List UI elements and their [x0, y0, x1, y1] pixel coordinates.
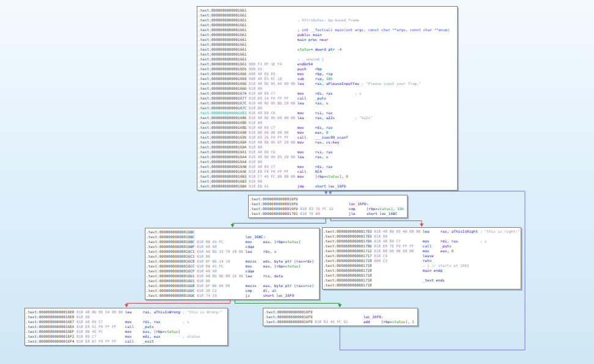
- asm-line[interactable]: .text:00000000000016BCloc_16BC:: [146, 235, 318, 239]
- opcode-bytes: 018 48 89 C7: [374, 239, 422, 244]
- asm-line[interactable]: .text:0000000000001690018 B8 00 00 00 00…: [198, 130, 457, 135]
- asm-line[interactable]: .text:0000000000001661: [198, 13, 457, 18]
- asm-line[interactable]: .text:0000000000001718_text ends: [323, 278, 520, 283]
- asm-line[interactable]: .text:00000000000016BF018 48 98cdqe: [146, 244, 318, 249]
- asm-line[interactable]: .text:0000000000001661main proc near: [198, 37, 457, 42]
- comment: ; status: [182, 334, 200, 338]
- mnemonic: jz: [246, 293, 263, 298]
- mnemonic: leave: [423, 253, 441, 258]
- asm-line[interactable]: .text:0000000000001712018 B8 00 00 00 00…: [323, 249, 520, 253]
- asm-line[interactable]: .text:00000000000016A4018 48 8D 05 95 29…: [198, 155, 457, 159]
- asm-line[interactable]: .text:0000000000001661: [198, 42, 457, 47]
- asm-line[interactable]: .text:0000000000001695018 E8 26 FA FF FF…: [198, 135, 457, 140]
- asm-line[interactable]: .text:00000000000016B3018 00: [198, 179, 457, 184]
- asm-line[interactable]: .text:0000000000001718: [323, 273, 520, 278]
- asm-line[interactable]: .text:0000000000001717018 C9leave: [323, 253, 520, 258]
- asm-line[interactable]: .text:0000000000001661public main: [198, 32, 457, 37]
- asm-line[interactable]: .text:0000000000001718000 C3retn: [323, 258, 520, 263]
- asm-line[interactable]: .text:0000000000001661: [198, 52, 457, 57]
- asm-line[interactable]: .text:00000000000016D8018 0F B6 04 08mov…: [146, 283, 318, 288]
- asm-line[interactable]: .text:00000000000016C1018 48 8D 15 78 29…: [146, 249, 318, 254]
- asm-line[interactable]: .text:00000000000016EF018 8B 45 FCmoveax…: [26, 329, 227, 334]
- asm-line[interactable]: .text:00000000000016CF018 48 98cdqe: [146, 269, 318, 274]
- node-loop-condition[interactable]: .text:00000000000016FD.text:000000000000…: [248, 195, 408, 218]
- asm-line[interactable]: .text:00000000000016CC018 8B 45 FCmoveax…: [146, 264, 318, 269]
- mnemonic: jmp: [298, 184, 315, 189]
- asm-line[interactable]: .text:00000000000016F9: [264, 310, 417, 315]
- asm-line[interactable]: .text:00000000000016DE018 74 19jzshort l…: [146, 293, 318, 298]
- asm-line[interactable]: .text:0000000000001686018 48 8D 05 A9 09…: [198, 115, 457, 120]
- asm-line[interactable]: .text:00000000000016A4018 00: [198, 159, 457, 164]
- asm-line[interactable]: .text:00000000000016BC: [146, 230, 318, 235]
- asm-line[interactable]: .text:000000000000166D018 00: [198, 86, 457, 91]
- asm-line[interactable]: .text:0000000000001669008 48 83 EC 10sub…: [198, 76, 457, 81]
- asm-line[interactable]: .text:00000000000016BA018 EB 41jmpshort …: [198, 184, 457, 189]
- asm-line[interactable]: .text:00000000000016A1018 48 89 C6movrsi…: [198, 150, 457, 155]
- mnemonic: lea: [298, 115, 315, 120]
- asm-line[interactable]: .text:000000000000170D018 E8 7E F9 FF FF…: [323, 244, 520, 249]
- asm-line[interactable]: .text:00000000000016D1018 48 8D 0D 88 2A…: [146, 274, 318, 278]
- asm-line[interactable]: .text:00000000000016FDloc_16FD:: [249, 202, 406, 206]
- mnemonic: sub: [298, 76, 315, 81]
- asm-line[interactable]: .text:0000000000001665000 55pushrbp: [198, 67, 457, 71]
- asm-line[interactable]: .text:000000000000168D018 48 89 C7movrdi…: [198, 125, 457, 130]
- asm-line[interactable]: .text:0000000000001683018 48 89 C6movrsi…: [198, 111, 457, 115]
- asm-line[interactable]: .text:0000000000001661; __unwind {: [198, 57, 457, 62]
- node-success-exit[interactable]: .text:0000000000001703018 48 8D 05 40 09…: [322, 227, 521, 289]
- asm-line[interactable]: .text:00000000000016AE018 E8 F8 F0 FF FF…: [198, 169, 457, 174]
- asm-line[interactable]: .text:0000000000001686018 00: [198, 120, 457, 125]
- asm-line[interactable]: .text:0000000000001703018 48 8D 05 40 09…: [323, 229, 520, 234]
- asm-line[interactable]: .text:00000000000016FD018 83 7D FC 15cmp…: [249, 206, 406, 211]
- asm-line[interactable]: .text:0000000000001674018 48 89 C7movrdi…: [198, 91, 457, 96]
- asm-line[interactable]: .text:00000000000016B3018 C7 45 FC 00 00…: [198, 174, 457, 179]
- address: .text:00000000000016B3: [198, 179, 249, 184]
- node-failure-exit[interactable]: .text:00000000000016E0018 48 8D 05 54 09…: [24, 308, 228, 346]
- asm-line[interactable]: .text:00000000000016F9loc_16F9:: [264, 315, 417, 319]
- asm-line[interactable]: .text:0000000000001661status= dword ptr …: [198, 47, 457, 52]
- node-loop-body-compare[interactable]: .text:00000000000016BC.text:000000000000…: [145, 228, 320, 300]
- asm-line[interactable]: .text:0000000000001718: [323, 283, 520, 288]
- asm-line[interactable]: .text:00000000000016C1018 00: [146, 254, 318, 259]
- comment: ; s: [354, 91, 361, 95]
- asm-line[interactable]: .text:0000000000001661: [198, 23, 457, 27]
- asm-line[interactable]: .text:0000000000001718; } // starts at 1…: [323, 263, 520, 268]
- address: .text:0000000000001718: [323, 283, 374, 288]
- asm-line[interactable]: .text:000000000000170A018 48 89 C7movrdi…: [323, 239, 520, 244]
- asm-line[interactable]: .text:0000000000001701018 7E B9jleshort …: [249, 211, 406, 216]
- mnemonic: lea: [423, 229, 441, 234]
- address: .text:0000000000001703: [323, 229, 374, 234]
- asm-line[interactable]: .text:00000000000016FD: [249, 197, 406, 202]
- edge-entry-to-cond-arrowhead: [324, 191, 328, 195]
- asm-line[interactable]: .text:00000000000016E0018 00: [26, 315, 227, 319]
- asm-line[interactable]: .text:0000000000001661; int __fastcall m…: [198, 27, 457, 32]
- asm-line[interactable]: .text:00000000000016D1018 00: [146, 278, 318, 283]
- node-main-entry[interactable]: .text:0000000000001661.text:000000000000…: [197, 6, 458, 191]
- asm-line[interactable]: .text:000000000000166D018 48 8D 05 AA 09…: [198, 81, 457, 86]
- asm-line[interactable]: .text:0000000000001666008 48 89 E5movrbp…: [198, 71, 457, 76]
- asm-line[interactable]: .text:0000000000001718main endp: [323, 268, 520, 273]
- asm-line[interactable]: .text:0000000000001703018 00: [323, 234, 520, 239]
- opcode-bytes: 000 C3: [374, 258, 422, 263]
- asm-line[interactable]: .text:00000000000016DC018 38 C2cmpdl, al: [146, 288, 318, 293]
- mnemonic: lea: [246, 274, 263, 278]
- asm-line[interactable]: .text:00000000000016EA018 E8 A1 F9 FF FF…: [26, 324, 227, 329]
- asm-line[interactable]: .text:000000000000167C018 48 8D 05 BD 29…: [198, 101, 457, 106]
- asm-line[interactable]: .text:0000000000001661: [198, 8, 457, 13]
- asm-line[interactable]: .text:00000000000016F2018 89 C7movedi, e…: [26, 334, 227, 339]
- asm-line[interactable]: .text:00000000000016BC018 8B 45 FCmoveax…: [146, 239, 318, 244]
- asm-line[interactable]: .text:00000000000016E0018 48 8D 05 54 09…: [26, 310, 227, 315]
- node-loop-increment[interactable]: .text:00000000000016F9.text:000000000000…: [263, 308, 418, 326]
- directive-or-comment: main proc near: [298, 37, 329, 42]
- asm-line[interactable]: .text:00000000000016F4018 E8 07 F9 FF FF…: [26, 339, 227, 344]
- asm-line[interactable]: .text:0000000000001677018 E8 14 FA FF FF…: [198, 96, 457, 101]
- asm-line[interactable]: .text:0000000000001661000 F3 0F 1E FAend…: [198, 62, 457, 67]
- asm-line[interactable]: .text:00000000000016F9018 83 45 FC 01add…: [264, 319, 417, 324]
- asm-line[interactable]: .text:000000000000169A018 48 8B 05 6F 29…: [198, 140, 457, 145]
- asm-line[interactable]: .text:000000000000167C018 00: [198, 106, 457, 111]
- asm-line[interactable]: .text:00000000000016E7018 48 89 C7movrdi…: [26, 319, 227, 324]
- asm-line[interactable]: .text:00000000000016C8018 0F B6 14 10mov…: [146, 259, 318, 264]
- asm-line[interactable]: .text:0000000000001661; Attributes: bp-b…: [198, 18, 457, 23]
- graph-view[interactable]: .text:0000000000001661.text:000000000000…: [0, 0, 594, 364]
- asm-line[interactable]: .text:000000000000169A018 00: [198, 145, 457, 150]
- asm-line[interactable]: .text:00000000000016AB018 48 89 C7movrdi…: [198, 164, 457, 169]
